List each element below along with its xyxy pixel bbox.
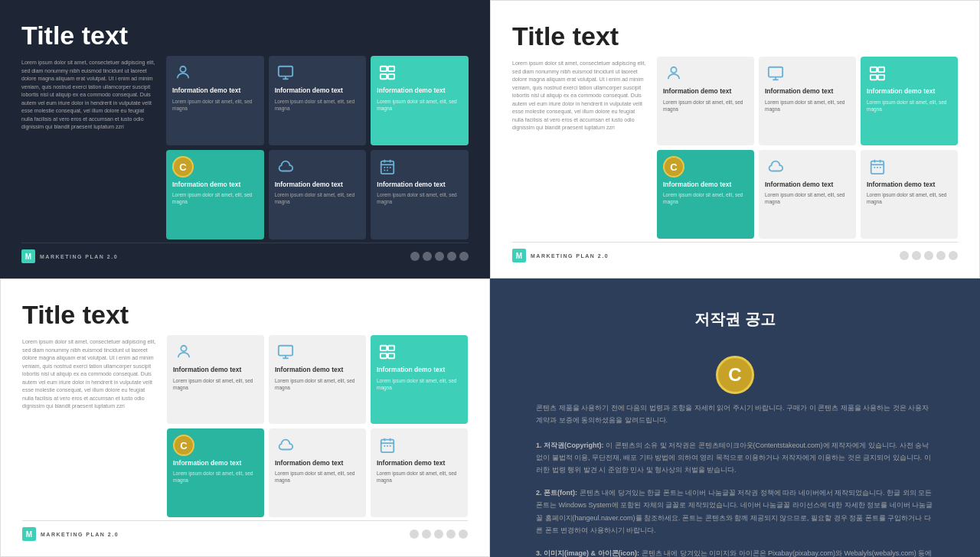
card-1-1-title: Information demo text xyxy=(172,86,258,94)
card-2-3-body: Lorem ipsum dolor sit amet, elit, sed ma… xyxy=(867,99,952,112)
cloud-icon-3 xyxy=(275,435,296,456)
card-3-4-body: Lorem ipsum dolor sit amet, elit, sed ma… xyxy=(173,470,258,484)
svg-rect-22 xyxy=(878,67,884,72)
card-3-4-title: Information demo text xyxy=(173,459,258,467)
calendar-icon-2 xyxy=(867,156,888,178)
card-3-3: Information demo text Lorem ipsum dolor … xyxy=(371,335,468,424)
slide-3-footer: M MARKETING PLAN 2.0 xyxy=(22,520,468,541)
svg-rect-21 xyxy=(871,67,877,72)
copyright-label-1: 1. 저작권(Copyright): xyxy=(536,441,604,449)
logo-icon-1: M xyxy=(21,249,35,263)
card-2-4-body: Lorem ipsum dolor sit amet, elit, sed ma… xyxy=(663,191,748,205)
card-2-3-title: Information demo text xyxy=(867,87,952,95)
social-3-1[interactable] xyxy=(410,529,419,539)
social-2-3[interactable] xyxy=(924,251,933,260)
card-2-1-body: Lorem ipsum dolor sit amet, elit, sed ma… xyxy=(663,99,748,112)
share-icon xyxy=(377,62,398,83)
svg-rect-6 xyxy=(381,74,387,79)
person-icon-3 xyxy=(173,341,194,363)
social-1[interactable] xyxy=(410,252,420,261)
slide-1-footer: M MARKETING PLAN 2.0 xyxy=(21,243,469,263)
card-1-1: Information demo text Lorem ipsum dolor … xyxy=(166,56,264,145)
coin-icon-3: C xyxy=(173,435,194,456)
card-3-3-title: Information demo text xyxy=(377,366,462,373)
card-2-2-body: Lorem ipsum dolor sit amet, elit, sed ma… xyxy=(765,99,850,112)
copyright-section-1: 1. 저작권(Copyright): 이 콘텐츠의 소유 및 저작권은 콘텐츠테… xyxy=(536,439,934,477)
card-2-2-title: Information demo text xyxy=(765,87,850,95)
logo-icon-3: M xyxy=(22,527,36,541)
coin-icon-2: C xyxy=(663,156,684,178)
social-2-1[interactable] xyxy=(900,251,909,260)
slide-3-cards-grid: Information demo text Lorem ipsum dolor … xyxy=(167,335,468,517)
card-3-3-body: Lorem ipsum dolor sit amet, elit, sed ma… xyxy=(377,377,462,391)
card-2-5-title: Information demo text xyxy=(765,181,850,188)
slide-2-content: Lorem ipsum dolor sit amet, consectetuer… xyxy=(512,57,958,239)
svg-point-0 xyxy=(180,67,185,72)
social-3-3[interactable] xyxy=(434,529,443,539)
card-3-6: Information demo text Lorem ipsum dolor … xyxy=(371,428,468,517)
card-2-2: Information demo text Lorem ipsum dolor … xyxy=(759,57,856,145)
svg-rect-38 xyxy=(381,353,387,358)
social-3[interactable] xyxy=(435,252,444,261)
card-1-5: Information demo text Lorem ipsum dolor … xyxy=(269,150,367,239)
footer-socials-2 xyxy=(900,251,958,260)
slide-1-cards-grid: Information demo text Lorem ipsum dolor … xyxy=(166,56,469,239)
social-3-5[interactable] xyxy=(459,529,468,539)
card-1-6-title: Information demo text xyxy=(377,181,462,188)
card-2-4-title: Information demo text xyxy=(663,181,748,188)
card-2-4: C Information demo text Lorem ipsum dolo… xyxy=(657,150,754,239)
card-3-2-title: Information demo text xyxy=(275,366,360,373)
coin-center: C xyxy=(716,356,754,394)
svg-rect-39 xyxy=(388,353,394,358)
svg-rect-7 xyxy=(388,74,394,79)
svg-rect-4 xyxy=(381,67,387,71)
card-3-1: Information demo text Lorem ipsum dolor … xyxy=(167,335,264,424)
svg-rect-24 xyxy=(878,75,884,80)
card-2-6-body: Lorem ipsum dolor sit amet, elit, sed ma… xyxy=(867,191,952,205)
card-3-5: Information demo text Lorem ipsum dolor … xyxy=(269,428,366,517)
footer-logo-1: M MARKETING PLAN 2.0 xyxy=(21,249,118,263)
slide-3-title: Title text xyxy=(22,301,468,329)
footer-socials-3 xyxy=(410,529,468,539)
social-4[interactable] xyxy=(447,252,456,261)
card-3-2: Information demo text Lorem ipsum dolor … xyxy=(269,335,366,424)
social-2-2[interactable] xyxy=(912,251,921,260)
card-1-2-title: Information demo text xyxy=(275,86,361,94)
slide-3-white: Title text Lorem ipsum dolor sit amet, c… xyxy=(0,278,490,557)
coin-big-icon: C xyxy=(716,356,754,394)
share-icon-2 xyxy=(867,63,888,84)
cloud-icon-2 xyxy=(765,156,786,178)
svg-rect-33 xyxy=(279,346,292,356)
footer-logo-2: M MARKETING PLAN 2.0 xyxy=(512,249,609,262)
logo-icon-2: M xyxy=(512,249,526,262)
cloud-icon xyxy=(275,156,296,178)
calendar-icon xyxy=(377,156,398,178)
card-1-1-body: Lorem ipsum dolor sit amet, elit, sed ma… xyxy=(172,98,258,112)
card-2-3: Information demo text Lorem ipsum dolor … xyxy=(861,57,958,145)
social-2-4[interactable] xyxy=(936,251,946,260)
footer-logo-text-3: MARKETING PLAN 2.0 xyxy=(41,532,119,537)
svg-rect-37 xyxy=(388,346,394,350)
svg-point-17 xyxy=(671,67,676,73)
footer-logo-text-1: MARKETING PLAN 2.0 xyxy=(40,254,118,259)
social-5[interactable] xyxy=(459,252,469,261)
card-3-5-title: Information demo text xyxy=(275,459,360,467)
social-3-2[interactable] xyxy=(422,529,431,539)
copyright-intro: 콘텐츠 제품을 사용하기 전에 다음의 법령과 조항을 자세히 읽어 주시기 바… xyxy=(536,402,934,426)
card-3-1-body: Lorem ipsum dolor sit amet, elit, sed ma… xyxy=(173,377,258,391)
slide-2-cards-grid: Information demo text Lorem ipsum dolor … xyxy=(657,57,958,239)
card-2-1-title: Information demo text xyxy=(663,87,748,95)
slide-2-body: Lorem ipsum dolor sit amet, consectetuer… xyxy=(512,57,646,239)
footer-socials-1 xyxy=(410,252,469,261)
card-2-6-title: Information demo text xyxy=(867,181,952,188)
card-2-1: Information demo text Lorem ipsum dolor … xyxy=(657,57,754,145)
copyright-body: 콘텐츠 제품을 사용하기 전에 다음의 법령과 조항을 자세히 읽어 주시기 바… xyxy=(536,402,934,557)
social-2[interactable] xyxy=(423,252,432,261)
slide-1-title: Title text xyxy=(21,21,469,50)
slide-2-footer: M MARKETING PLAN 2.0 xyxy=(512,242,958,262)
person-icon xyxy=(172,62,194,83)
card-2-6: Information demo text Lorem ipsum dolor … xyxy=(861,150,958,239)
social-2-5[interactable] xyxy=(949,251,958,260)
monitor-icon xyxy=(275,62,296,83)
social-3-4[interactable] xyxy=(446,529,456,539)
